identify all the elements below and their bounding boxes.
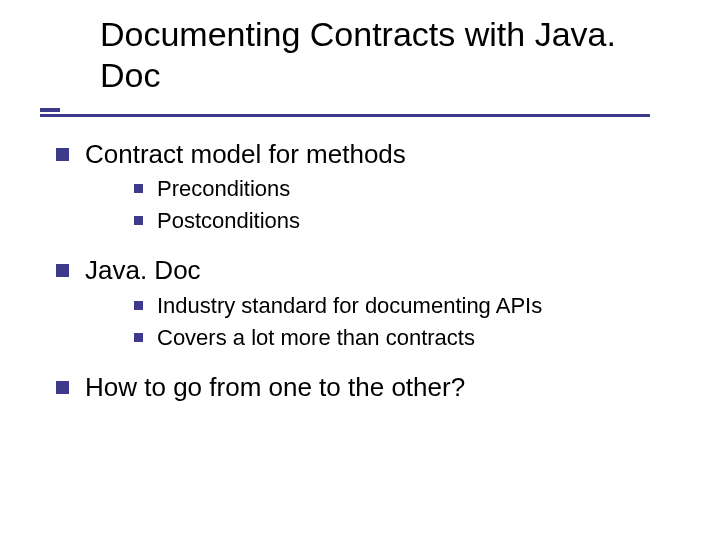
title-underline bbox=[40, 114, 650, 118]
square-bullet-icon bbox=[134, 333, 143, 342]
square-bullet-icon bbox=[56, 148, 69, 161]
bullet-level2: Postconditions bbox=[134, 207, 690, 235]
square-bullet-icon bbox=[56, 381, 69, 394]
bullet-level1: How to go from one to the other? bbox=[56, 371, 690, 405]
square-bullet-icon bbox=[56, 264, 69, 277]
bullet-text: Contract model for methods bbox=[85, 138, 406, 172]
bullet-text: Covers a lot more than contracts bbox=[157, 324, 475, 352]
bullet-level1: Java. Doc bbox=[56, 254, 690, 288]
bullet-level1: Contract model for methods bbox=[56, 138, 690, 172]
slide-title: Documenting Contracts with Java. Doc bbox=[100, 14, 680, 96]
square-bullet-icon bbox=[134, 301, 143, 310]
bullet-level2: Preconditions bbox=[134, 175, 690, 203]
slide: Documenting Contracts with Java. Doc Con… bbox=[0, 0, 720, 540]
square-bullet-icon bbox=[134, 216, 143, 225]
underline-tick bbox=[40, 108, 60, 112]
bullet-text: How to go from one to the other? bbox=[85, 371, 465, 405]
bullet-text: Preconditions bbox=[157, 175, 290, 203]
bullet-text: Java. Doc bbox=[85, 254, 201, 288]
bullet-text: Industry standard for documenting APIs bbox=[157, 292, 542, 320]
bullet-level2: Industry standard for documenting APIs bbox=[134, 292, 690, 320]
bullet-text: Postconditions bbox=[157, 207, 300, 235]
square-bullet-icon bbox=[134, 184, 143, 193]
content: Contract model for methods Preconditions… bbox=[0, 138, 720, 405]
bullet-level2: Covers a lot more than contracts bbox=[134, 324, 690, 352]
underline-line bbox=[40, 114, 650, 117]
